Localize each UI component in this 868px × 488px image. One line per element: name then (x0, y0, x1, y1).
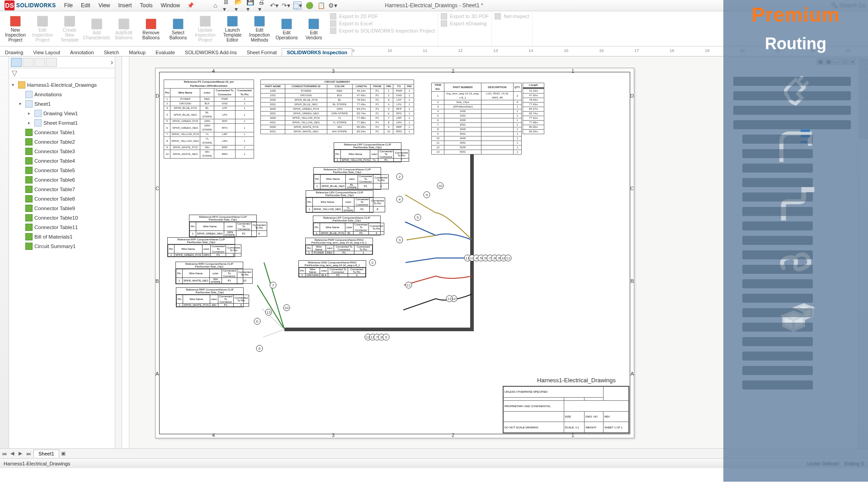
doctab-markup[interactable]: Markup (124, 48, 151, 56)
ribbon-buttons: New Inspection ProjectEdit Inspection Pr… (2, 12, 327, 46)
tree-connector-table3[interactable]: Connector Table3 (9, 146, 115, 156)
doctab-view-layout[interactable]: View Layout (28, 48, 65, 56)
tree-connector-table11[interactable]: Connector Table11 (9, 222, 115, 232)
tree-connector-table10[interactable]: Connector Table10 (9, 213, 115, 222)
tree-root[interactable]: ▾Harness1-Electrical_Drawings (9, 80, 115, 89)
tree-sheet-format[interactable]: ▸Sheet Format1 (9, 118, 115, 127)
svg-text:11: 11 (506, 256, 510, 260)
svg-text:6: 6 (485, 256, 487, 260)
menu-file[interactable]: File (61, 1, 76, 10)
export-export-to-solidworks-inspection-project: Export to SOLIDWORKS Inspection Project (330, 28, 435, 34)
print-icon[interactable]: 🖨▾ (258, 1, 266, 9)
display-tab-icon[interactable] (46, 58, 57, 67)
settings-icon[interactable]: ⚙▾ (329, 1, 337, 9)
tree-annotations[interactable]: Annotations (9, 89, 115, 99)
menu-window[interactable]: Window (157, 1, 184, 10)
doctab-annotation[interactable]: Annotation (65, 48, 99, 56)
tree-filter[interactable]: ▽ (9, 68, 115, 78)
title-block: UNLESS OTHERWISE SPECIFIED PROPRIETARY A… (503, 386, 629, 433)
svg-text:13: 13 (267, 310, 271, 314)
select-icon[interactable]: ⬚▾ (293, 1, 302, 9)
vertical-ruler (122, 56, 129, 448)
ribbon-new[interactable]: New Inspection Project (2, 12, 29, 46)
tree-connector-table5[interactable]: Connector Table5 (9, 165, 115, 175)
rebuild-icon[interactable]: 🟢 (305, 1, 313, 9)
new-doc-icon[interactable]: 🗎▾ (223, 1, 231, 9)
doctab-sheet-format[interactable]: Sheet Format (242, 48, 282, 56)
menu-tools[interactable]: Tools (137, 1, 156, 10)
filter-icon: ▽ (12, 69, 17, 77)
tree-connector-table2[interactable]: Connector Table2 (9, 137, 115, 146)
config-tab-icon[interactable] (34, 58, 45, 67)
doctab-drawing[interactable]: Drawing (0, 48, 28, 56)
panel-splitter[interactable] (115, 56, 122, 448)
tree-sheet[interactable]: ▾Sheet1 (9, 99, 115, 108)
svg-text:9: 9 (426, 193, 428, 197)
tree-circuit-summary[interactable]: Circuit Summary1 (9, 241, 115, 251)
tree-connector-table4[interactable]: Connector Table4 (9, 156, 115, 165)
options-icon[interactable]: 📋 (317, 1, 325, 9)
redo-icon[interactable]: ↷▾ (282, 1, 290, 9)
menu-insert[interactable]: Insert (115, 1, 136, 10)
ribbon-select[interactable]: Select Balloons (165, 12, 192, 46)
tree-connector-table6[interactable]: Connector Table6 (9, 175, 115, 184)
svg-text:7: 7 (489, 256, 491, 260)
svg-text:10: 10 (285, 306, 289, 310)
menu-bar: FileEditViewInsertToolsWindow (61, 1, 184, 10)
ribbon-edit[interactable]: Edit Vendors (300, 12, 327, 46)
feature-tree: ▾Harness1-Electrical_Drawings Annotation… (9, 78, 115, 448)
feature-tree-tab-icon[interactable] (11, 58, 22, 67)
home-icon[interactable]: ⌂ (211, 1, 219, 9)
export-group-3: Net-Inspect (492, 12, 532, 46)
tree-connector-table1[interactable]: Connector Table1 (9, 127, 115, 137)
svg-text:7: 7 (376, 335, 378, 339)
drawing-title-text: Harness1-Electrical_Drawings (537, 377, 616, 384)
svg-text:10: 10 (439, 184, 443, 188)
export-group-2: Export to 3D PDFExport eDrawing (438, 12, 492, 46)
svg-text:13: 13 (448, 297, 452, 301)
feature-tree-panel: › ▽ ▾Harness1-Electrical_Drawings Annota… (9, 56, 115, 448)
ribbon-remove[interactable]: Remove Balloons (137, 12, 165, 46)
logo-mark-icon: DS (5, 0, 14, 10)
tree-connector-table9[interactable]: Connector Table9 (9, 203, 115, 213)
svg-text:9: 9 (498, 256, 500, 260)
ribbon-edit[interactable]: Edit Operations (273, 12, 300, 46)
save-icon[interactable]: 💾▾ (246, 1, 255, 9)
tree-drawing-view[interactable]: ▸Drawing View1 (9, 108, 115, 118)
premium-subtitle: Routing (765, 34, 826, 53)
drawing-sheet: 44332211DDCCBBAA Reference:P1 ComponentN… (155, 68, 634, 438)
sheet-tab[interactable]: Sheet1 (33, 450, 59, 457)
premium-overlay: Premium Routing (723, 0, 868, 482)
menu-edit[interactable]: Edit (77, 1, 94, 10)
sheet-prev-icon[interactable]: ◀ (8, 450, 16, 456)
doctab-solidworks-add-ins[interactable]: SOLIDWORKS Add-Ins (180, 48, 242, 56)
menu-pin-icon[interactable]: 📌 (184, 1, 198, 10)
open-icon[interactable]: 📂▾ (235, 1, 243, 9)
panel-tabs: › (9, 56, 115, 68)
doctab-sketch[interactable]: Sketch (99, 48, 124, 56)
doctab-evaluate[interactable]: Evaluate (151, 48, 180, 56)
sheet-next-icon[interactable]: ▶ (16, 450, 24, 456)
svg-text:2: 2 (399, 175, 401, 179)
tree-connector-table7[interactable]: Connector Table7 (9, 184, 115, 194)
ribbon-create: Create New Template (56, 12, 83, 46)
ribbon-launch[interactable]: Launch Template Editor (219, 12, 246, 46)
sheet-last-icon[interactable]: ⏭ (24, 451, 33, 456)
tree-connector-table8[interactable]: Connector Table8 (9, 194, 115, 203)
undo-icon[interactable]: ↶▾ (270, 1, 278, 9)
sheet-add-icon[interactable]: ▣ (59, 450, 67, 456)
tree-bom[interactable]: Bill of Materials1 (9, 232, 115, 241)
app-name: SOLIDWORKS (16, 2, 56, 9)
property-tab-icon[interactable] (23, 58, 33, 67)
svg-text:4: 4 (476, 256, 478, 260)
menu-view[interactable]: View (95, 1, 114, 10)
ribbon-edit[interactable]: Edit Inspection Methods (246, 12, 273, 46)
sheet-first-icon[interactable]: ⏮ (0, 451, 8, 456)
doctab-solidworks-inspection[interactable]: SOLIDWORKS Inspection (282, 48, 352, 56)
ribbon-add: Add Characteristic (83, 12, 110, 46)
export-export-to-excel: Export to Excel (330, 20, 435, 27)
status-doc: Harness1-Electrical_Drawings (4, 461, 70, 466)
panel-collapse-icon[interactable]: › (111, 58, 113, 66)
doc-tabs: DrawingView LayoutAnnotationSketchMarkup… (0, 48, 352, 56)
export-export-edrawing: Export eDrawing (441, 20, 489, 27)
